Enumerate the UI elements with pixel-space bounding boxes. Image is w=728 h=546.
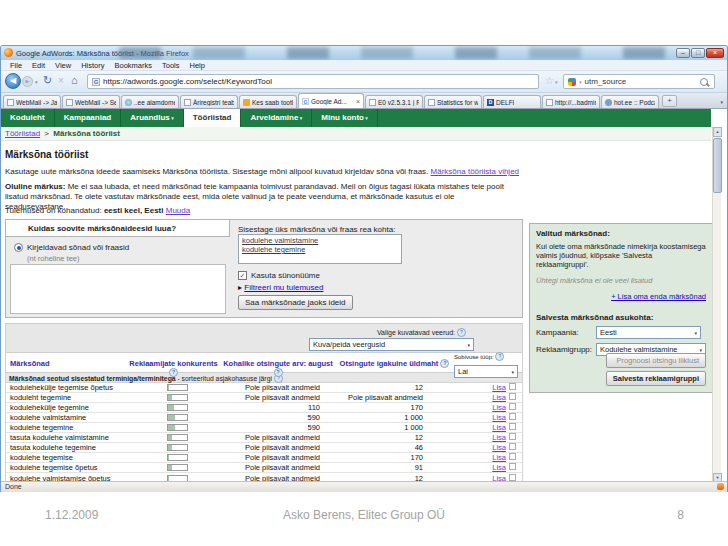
campaign-select[interactable]: Eesti ▾ [596, 326, 701, 339]
col-local-text[interactable]: Kohalike otsingute arv: august [223, 359, 333, 368]
add-icon[interactable] [509, 463, 516, 470]
col-competition[interactable]: Reklaamijate konkurents ? [126, 359, 221, 377]
menu-history[interactable]: History [76, 61, 109, 70]
nav-item-aruandlus[interactable]: Aruandlus ▾ [121, 109, 183, 127]
columns-select[interactable]: Kuva/peida veergusid ▾ [309, 338, 474, 351]
form-right-header: Sisestage üks märksõna või fraas rea koh… [238, 225, 395, 234]
tips-link[interactable]: Märksõna tööriista vihjed [431, 167, 519, 176]
scrollbar-thumb[interactable] [713, 138, 722, 193]
home-button[interactable]: ⌂ [71, 74, 78, 86]
results-toolbar: Valige kuvatavad veerud: ? Kuva/peida ve… [5, 323, 523, 353]
forward-button[interactable]: ▶ [22, 76, 33, 87]
add-cell: Lisa [455, 403, 522, 412]
help-icon[interactable]: ? [495, 352, 504, 361]
add-icon[interactable] [509, 403, 516, 410]
add-keyword-link[interactable]: Lisa [492, 453, 506, 462]
tab-item[interactable]: ..ee alamdomee... [121, 95, 179, 108]
add-keyword-link[interactable]: Lisa [492, 413, 506, 422]
nav-item-koduleht[interactable]: Koduleht [1, 109, 55, 127]
chevron-down-icon: ▾ [511, 369, 514, 375]
window-titlebar[interactable]: Google AdWords: Märksõna tööriist - Mozi… [1, 46, 727, 60]
add-own-keywords-link[interactable]: + Lisa oma enda märksõnad [611, 292, 706, 301]
tab-item[interactable]: WebMail -> Sen... [62, 95, 120, 108]
estimate-traffic-button[interactable]: Prognoosi otsingu liiklust [606, 353, 706, 368]
menu-help[interactable]: Help [185, 61, 210, 70]
col-keywords[interactable]: Märksõnad [10, 359, 50, 368]
keywords-textarea[interactable]: kodulehe valmistaminekodulehe tegemine [238, 234, 402, 264]
tab-close-icon[interactable]: × [356, 98, 360, 105]
scrollbar[interactable]: ▲ ▼ [712, 127, 721, 483]
add-icon[interactable] [509, 393, 516, 400]
search-engine-dropdown-icon[interactable]: ▾ [579, 79, 582, 85]
add-keyword-link[interactable]: Lisa [492, 443, 506, 452]
magnifier-icon[interactable] [700, 78, 708, 86]
bookmark-star-icon[interactable]: ☆ [545, 75, 554, 86]
synonyms-checkbox[interactable]: ✓ [238, 271, 247, 280]
tab-item[interactable]: http://...badmin/ [542, 95, 600, 108]
nav-item-minu-konto[interactable]: Minu konto ▾ [312, 109, 378, 127]
history-dropdown-icon[interactable]: ▾ [35, 79, 38, 85]
bookmark-dropdown-icon[interactable]: ▾ [555, 79, 558, 85]
tab-item[interactable]: hot.ee :: Podcast [601, 95, 659, 108]
stop-button[interactable]: × [58, 75, 64, 86]
menu-bookmarks[interactable]: Bookmarks [110, 61, 158, 70]
search-input[interactable]: utm_source [585, 77, 697, 86]
list-all-tabs-icon[interactable]: ▾ [720, 99, 727, 108]
add-keyword-link[interactable]: Lisa [492, 463, 506, 472]
get-keyword-ideas-button[interactable]: Saa märksõnade jaoks ideid [238, 295, 353, 310]
help-icon[interactable]: ? [440, 359, 449, 368]
add-keyword-link[interactable]: Lisa [492, 433, 506, 442]
minimize-button[interactable]: – [676, 48, 690, 58]
menu-view[interactable]: View [50, 61, 76, 70]
close-button[interactable]: × [706, 48, 724, 58]
col-competition-text[interactable]: Reklaamijate konkurents [129, 359, 217, 368]
tab-item[interactable]: DDELFI [483, 95, 541, 108]
match-type-select[interactable]: Lai ▾ [454, 365, 518, 378]
add-icon[interactable] [509, 443, 516, 450]
col-global-volume[interactable]: Otsingute igakuine üldmaht ? [337, 359, 452, 368]
scroll-up-icon[interactable]: ▲ [713, 127, 722, 137]
add-icon[interactable] [509, 453, 516, 460]
help-icon[interactable]: ? [274, 368, 283, 377]
add-keyword-link[interactable]: Lisa [492, 403, 506, 412]
save-ad-group-button[interactable]: Salvesta reklaamigruppi [606, 371, 706, 386]
competition-bar-fill [168, 425, 175, 430]
add-icon[interactable] [509, 474, 516, 481]
menu-edit[interactable]: Edit [27, 61, 50, 70]
add-keyword-link[interactable]: Lisa [492, 393, 506, 402]
add-icon[interactable] [509, 433, 516, 440]
add-icon[interactable] [509, 383, 516, 390]
add-icon[interactable] [509, 423, 516, 430]
col-global-text[interactable]: Otsingute igakuine üldmaht [340, 359, 439, 368]
tab-item[interactable]: Äriregistri teabe... [180, 95, 238, 108]
descriptive-words-radio[interactable] [14, 243, 23, 252]
back-button[interactable]: ◀ [5, 73, 21, 89]
tab-active[interactable]: GGoogle Ad...× [298, 93, 364, 108]
nav-item-kampaaniad[interactable]: Kampaaniad [55, 109, 122, 127]
menu-tools[interactable]: Tools [157, 61, 185, 70]
add-icon[interactable] [509, 413, 516, 420]
tab-item[interactable]: WebMail -> Jag... [3, 95, 61, 108]
col-local-searches[interactable]: Kohalike otsingute arv: august ? [219, 359, 337, 377]
search-box[interactable]: ▾ utm_source [563, 74, 715, 89]
global-volume-cell: 12 [340, 383, 455, 392]
help-icon[interactable]: ? [169, 368, 178, 377]
add-keyword-link[interactable]: Lisa [492, 423, 506, 432]
refresh-button[interactable]: ↻ [43, 74, 52, 87]
add-keyword-link[interactable]: Lisa [492, 383, 506, 392]
breadcrumb-link[interactable]: Tööriistad [5, 129, 40, 138]
menu-file[interactable]: File [5, 61, 27, 70]
nav-item-t-riistad[interactable]: Tööriistad [184, 109, 242, 127]
change-link[interactable]: Muuda [166, 206, 190, 215]
nav-item-arveldamine[interactable]: Arveldamine ▾ [241, 109, 312, 127]
url-bar[interactable]: G https://adwords.google.com/select/Keyw… [87, 74, 539, 89]
tab-item[interactable]: Kes saab tootled... [239, 95, 297, 108]
tab-item[interactable]: Statistics for ww... [424, 95, 482, 108]
filter-results-link[interactable]: Filtreeri mu tulemused [244, 283, 323, 292]
url-text[interactable]: https://adwords.google.com/select/Keywor… [103, 77, 272, 86]
local-searches-cell: Pole piisavalt andmeid [225, 433, 340, 442]
help-icon[interactable]: ? [457, 328, 466, 337]
new-tab-button[interactable]: + [662, 95, 677, 107]
tab-item[interactable]: E0 v2.5.3.1 | Reg... [365, 95, 423, 108]
restore-button[interactable]: □ [691, 48, 705, 58]
